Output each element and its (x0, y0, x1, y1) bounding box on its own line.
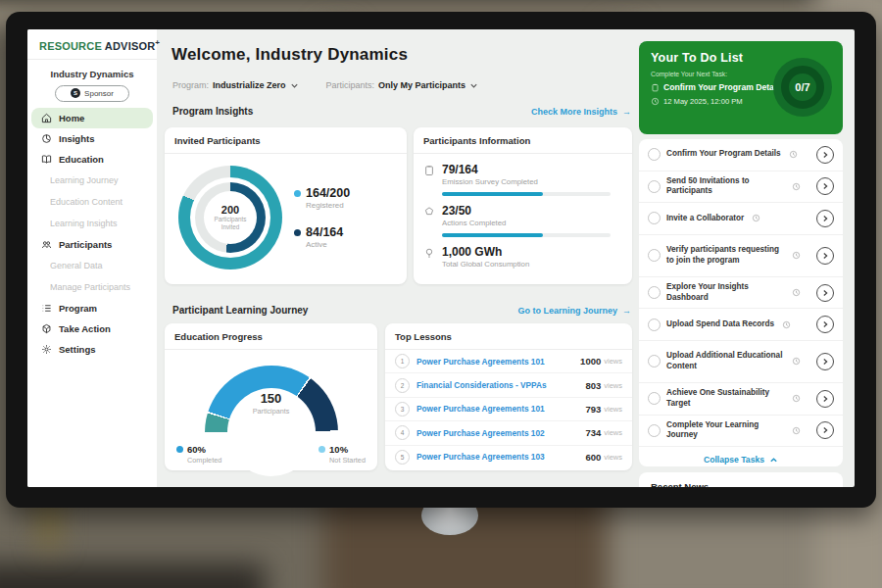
lesson-link[interactable]: Power Purchase Agreements 102 (416, 428, 585, 438)
sidebar-item-take-action[interactable]: Take Action (27, 318, 157, 339)
page-title: Welcome, Industry Dynamics (172, 45, 408, 65)
invited-donut: 200 Participants Invited (178, 166, 282, 270)
sidebar-item-learning-journey[interactable]: Learning Journey (27, 170, 157, 191)
participants-value: Only My Participants (378, 80, 466, 90)
sidebar-item-home[interactable]: Home (31, 108, 153, 128)
education-progress-card: Education Progress 150 Participants 60% … (165, 323, 377, 470)
todo-summary-panel: Your To Do List Complete Your Next Task:… (639, 41, 843, 134)
sponsor-label: Sponsor (84, 89, 114, 98)
task-row: Invite a Collaborator (639, 203, 843, 235)
sidebar-nav: Home Insights Education Learning Journey… (27, 108, 157, 360)
task-checkbox[interactable] (648, 355, 661, 368)
task-checkbox[interactable] (648, 148, 661, 161)
clock-icon (792, 251, 801, 260)
program-icon (41, 303, 52, 314)
active-label: Active (306, 240, 350, 249)
task-go-button[interactable] (816, 247, 834, 265)
org-name: Industry Dynamics (27, 69, 157, 79)
sidebar-item-program[interactable]: Program (27, 298, 157, 318)
views-suffix: views (604, 405, 622, 414)
sidebar-item-learning-insights[interactable]: Learning Insights (27, 213, 157, 234)
progress-ring-track: 0/7 (781, 66, 824, 109)
task-go-button[interactable] (816, 353, 834, 370)
task-row: Complete Your Learning Journey (639, 416, 843, 448)
participants-icon (41, 239, 52, 250)
sidebar-item-label: Learning Insights (50, 219, 118, 228)
views-count: 600 (585, 452, 601, 463)
task-checkbox[interactable] (648, 318, 661, 331)
clock-icon (782, 320, 791, 329)
clock-icon (792, 426, 801, 435)
task-checkbox[interactable] (648, 212, 661, 224)
participants-information-card: Participants Information 79/164 Emission… (414, 127, 632, 284)
lesson-row: 5 Power Purchase Agreements 103 600 view… (385, 446, 632, 468)
sidebar-item-participants[interactable]: Participants (27, 234, 157, 255)
task-label: Verify participants requesting to join t… (666, 245, 784, 266)
actions-icon (423, 206, 435, 218)
task-label: Upload Additional Educational Content (666, 351, 784, 371)
active-value: 84/164 (306, 225, 343, 239)
stat-value: 1,000 GWh (442, 245, 529, 259)
clock-icon (789, 150, 798, 159)
task-row: Explore Your Insights Dashboard (639, 277, 843, 310)
lesson-link[interactable]: Power Purchase Agreements 103 (416, 452, 585, 462)
sidebar-item-label: Settings (59, 344, 95, 355)
participants-dropdown[interactable]: Participants: Only My Participants (326, 80, 479, 90)
task-row: Upload Additional Educational Content (639, 341, 843, 383)
stat-actions-completed: 23/50 Actions Completed (423, 204, 620, 237)
views-suffix: views (604, 428, 622, 437)
lesson-row: 4 Power Purchase Agreements 102 734 view… (385, 421, 632, 445)
photo-stage: RESOURCE ADVISOR+ Industry Dynamics S Sp… (0, 0, 882, 588)
collapse-tasks-button[interactable]: Collapse Tasks (639, 447, 843, 466)
invited-participants-card: Invited Participants 200 Participants In… (165, 127, 407, 284)
invited-center-value: 200 (221, 204, 239, 216)
sidebar-item-education-content[interactable]: Education Content (27, 191, 157, 213)
filters-row: Program: Industrialize Zero Participants… (172, 80, 478, 90)
task-go-button[interactable] (816, 146, 834, 164)
task-label: Invite a Collaborator (666, 214, 744, 224)
task-row: Achieve One Sustainability Target (639, 383, 843, 416)
program-dropdown[interactable]: Program: Industrialize Zero (172, 80, 299, 90)
task-checkbox[interactable] (648, 180, 661, 193)
stat-label: Total Global Consumption (442, 260, 529, 269)
task-go-button[interactable] (816, 390, 834, 408)
task-checkbox[interactable] (648, 392, 661, 405)
views-count: 793 (585, 404, 601, 415)
task-go-button[interactable] (816, 210, 834, 227)
background-blur (0, 564, 265, 588)
recent-news-title: Recent News (639, 472, 843, 487)
app-logo[interactable]: RESOURCE ADVISOR+ (27, 29, 157, 60)
sidebar-item-manage-participants[interactable]: Manage Participants (27, 276, 157, 298)
sidebar-item-education[interactable]: Education (27, 149, 157, 170)
sidebar-item-label: Learning Journey (50, 175, 119, 185)
lesson-link[interactable]: Power Purchase Agreements 101 (416, 357, 580, 367)
lesson-link[interactable]: Power Purchase Agreements 101 (416, 404, 585, 414)
task-checkbox[interactable] (648, 249, 661, 262)
task-row: Confirm Your Program Details (639, 139, 843, 172)
lesson-link[interactable]: Financial Considerations - VPPAs (416, 380, 585, 390)
sidebar-item-settings[interactable]: Settings (27, 339, 157, 360)
stat-global-consumption: 1,000 GWh Total Global Consumption (423, 245, 620, 269)
task-label: Send 50 Invitations to Participants (666, 176, 784, 197)
invited-donut-area: 200 Participants Invited 164/200 Registe… (165, 154, 407, 279)
logo-text-resource: RESOURCE (39, 40, 102, 52)
views-suffix: views (604, 381, 622, 390)
arrow-right-icon: → (622, 306, 631, 316)
sidebar-item-label: General Data (50, 261, 103, 270)
recent-news-card: Recent News (639, 472, 843, 487)
sidebar-item-label: Education (59, 154, 104, 165)
sidebar-item-general-data[interactable]: General Data (27, 255, 157, 276)
task-go-button[interactable] (816, 421, 834, 439)
progress-track (442, 192, 611, 196)
task-checkbox[interactable] (648, 286, 661, 299)
stat-emission-survey: 79/164 Emission Survey Completed (423, 163, 620, 196)
sidebar-item-insights[interactable]: Insights (27, 128, 157, 149)
task-go-button[interactable] (816, 177, 834, 195)
task-checkbox[interactable] (648, 424, 661, 437)
go-to-learning-journey-link[interactable]: Go to Learning Journey → (517, 306, 631, 316)
task-row: Upload Spend Data Records (639, 309, 843, 341)
chevron-down-icon (469, 81, 478, 90)
task-go-button[interactable] (816, 316, 834, 333)
task-go-button[interactable] (816, 284, 834, 302)
check-more-insights-link[interactable]: Check More Insights → (531, 107, 631, 117)
